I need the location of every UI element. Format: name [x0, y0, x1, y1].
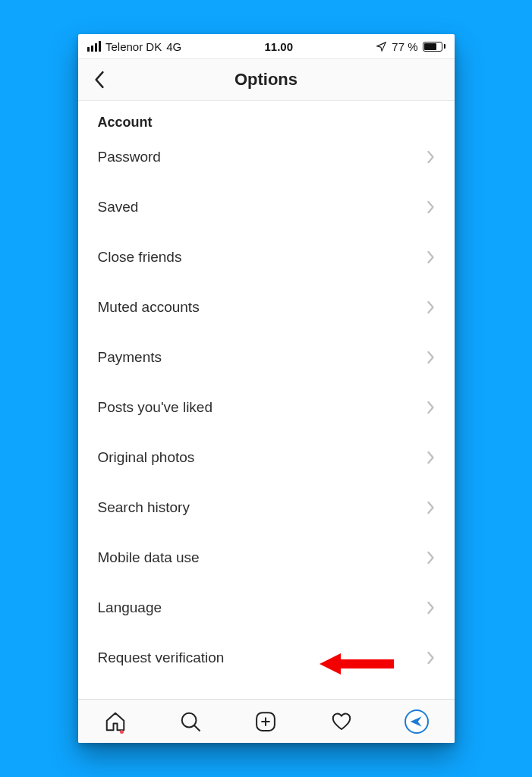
heart-icon: [330, 710, 353, 733]
row-password[interactable]: Password: [78, 132, 455, 182]
nav-header: Options: [78, 58, 455, 101]
home-icon: [104, 710, 127, 733]
chevron-right-icon: [427, 601, 435, 615]
app-screen: Telenor DK 4G 11.00 77 % Options Account…: [78, 34, 455, 743]
row-label: Muted accounts: [98, 299, 200, 316]
tab-home[interactable]: [100, 706, 131, 737]
tab-activity[interactable]: [326, 706, 357, 737]
row-label: Language: [98, 599, 162, 616]
settings-list[interactable]: Account Password Saved Close friends Mut…: [78, 101, 455, 699]
tab-search[interactable]: [175, 706, 206, 737]
svg-point-0: [182, 713, 197, 727]
location-icon: [376, 41, 387, 52]
chevron-right-icon: [427, 150, 435, 164]
chevron-right-icon: [427, 651, 435, 665]
notification-dot-icon: [120, 730, 124, 734]
row-language[interactable]: Language: [78, 583, 455, 633]
chevron-right-icon: [427, 300, 435, 314]
row-label: Password: [98, 149, 161, 165]
plus-square-icon: [254, 710, 277, 733]
page-title: Options: [78, 70, 455, 90]
row-label: Request verification: [98, 650, 225, 666]
row-original-photos[interactable]: Original photos: [78, 433, 455, 483]
network-label: 4G: [166, 40, 181, 53]
row-muted-accounts[interactable]: Muted accounts: [78, 282, 455, 332]
row-label: Original photos: [98, 449, 195, 466]
row-saved[interactable]: Saved: [78, 182, 455, 232]
row-posts-liked[interactable]: Posts you've liked: [78, 382, 455, 433]
chevron-right-icon: [427, 501, 435, 514]
chevron-right-icon: [427, 451, 435, 464]
chevron-right-icon: [427, 401, 435, 414]
row-label: Search history: [98, 499, 190, 516]
status-bar: Telenor DK 4G 11.00 77 %: [78, 34, 455, 58]
row-label: Mobile data use: [98, 549, 200, 566]
signal-icon: [87, 41, 102, 52]
row-mobile-data[interactable]: Mobile data use: [78, 533, 455, 583]
chevron-right-icon: [427, 351, 435, 364]
row-close-friends[interactable]: Close friends: [78, 232, 455, 282]
row-search-history[interactable]: Search history: [78, 483, 455, 533]
row-payments[interactable]: Payments: [78, 332, 455, 382]
row-request-verification[interactable]: Request verification: [78, 633, 455, 683]
section-header-account: Account: [78, 109, 455, 132]
chevron-left-icon: [93, 71, 105, 89]
avatar: [405, 709, 429, 734]
tab-new-post[interactable]: [250, 706, 281, 737]
chevron-right-icon: [427, 250, 435, 264]
carrier-label: Telenor DK: [105, 40, 162, 53]
chevron-right-icon: [427, 551, 435, 565]
row-label: Close friends: [98, 249, 182, 266]
chevron-right-icon: [427, 200, 435, 214]
row-label: Posts you've liked: [98, 399, 212, 416]
row-label: Payments: [98, 349, 162, 366]
search-icon: [179, 710, 202, 733]
profile-avatar-icon: [409, 714, 424, 729]
battery-percent: 77 %: [392, 40, 417, 53]
clock: 11.00: [264, 40, 293, 53]
tab-profile[interactable]: [401, 706, 432, 737]
back-button[interactable]: [78, 58, 121, 101]
tab-bar: [78, 699, 455, 743]
row-label: Saved: [98, 199, 139, 215]
svg-line-1: [194, 725, 200, 731]
battery-icon: [423, 42, 445, 52]
